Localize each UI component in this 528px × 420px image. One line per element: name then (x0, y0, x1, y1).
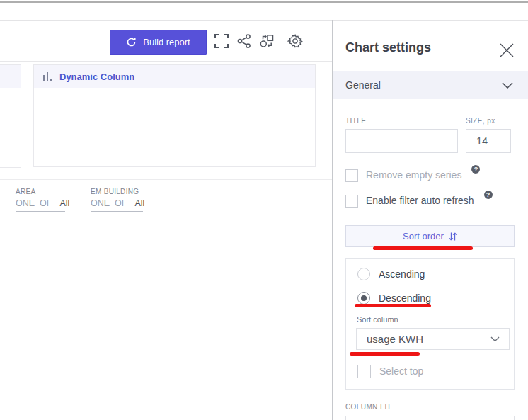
refresh-icon (126, 37, 137, 47)
top-border (0, 1, 528, 3)
column-fit-label: COLUMN FIT (345, 403, 391, 411)
report-builder-screen: Build report Dynamic Column (0, 0, 528, 420)
help-icon[interactable]: ? (484, 191, 493, 199)
fullscreen-icon[interactable] (214, 33, 229, 49)
filter-area-operator[interactable]: ONE_OF (16, 198, 52, 208)
annotation-underline-sort-column (350, 352, 420, 356)
section-general-label: General (345, 79, 381, 91)
bar-chart-icon (43, 72, 52, 81)
filter-auto-refresh-label: Enable filter auto refresh (366, 195, 474, 207)
build-report-button[interactable]: Build report (110, 30, 207, 55)
chevron-down-icon (490, 336, 500, 342)
filter-em-building-control[interactable]: ONE_OF All (91, 198, 143, 212)
filter-area: AREA ONE_OF All (16, 188, 65, 212)
size-input[interactable] (466, 129, 511, 153)
filter-auto-refresh-checkbox[interactable] (345, 195, 358, 208)
help-icon[interactable]: ? (471, 165, 480, 174)
filter-area-label: AREA (16, 188, 65, 195)
select-top-label: Select top (379, 365, 423, 378)
dynamic-column-card[interactable]: Dynamic Column (33, 64, 316, 167)
descending-radio[interactable]: Descending (357, 292, 431, 305)
filter-em-building-operator[interactable]: ONE_OF (91, 198, 127, 208)
change-visualization-icon[interactable] (259, 33, 275, 49)
dynamic-column-card-header[interactable]: Dynamic Column (34, 65, 315, 88)
radio-icon[interactable] (357, 268, 370, 280)
sort-order-button[interactable]: Sort order (345, 225, 515, 247)
filter-auto-refresh-row[interactable]: Enable filter auto refresh ? (345, 195, 493, 208)
column-fit-control[interactable] (345, 416, 515, 420)
radio-selected-icon[interactable] (357, 292, 370, 305)
descending-label: Descending (379, 293, 431, 304)
filter-em-building: EM BUILDING ONE_OF All (91, 188, 143, 212)
sort-arrows-icon (449, 232, 457, 242)
ascending-label: Ascending (379, 268, 425, 280)
sort-order-label: Sort order (403, 231, 444, 242)
sort-column-label: Sort column (357, 315, 398, 324)
toolbar-divider (0, 61, 332, 62)
section-general[interactable]: General (333, 71, 528, 99)
settings-gear-icon[interactable] (287, 33, 303, 49)
size-field-label: SIZE, px (466, 117, 495, 125)
sort-column-value: usage KWH (367, 333, 423, 345)
chevron-down-icon (502, 82, 513, 89)
ascending-radio[interactable]: Ascending (357, 268, 425, 280)
filter-em-building-label: EM BUILDING (91, 188, 143, 195)
filter-area-control[interactable]: ONE_OF All (16, 198, 65, 212)
header-divider (0, 20, 528, 21)
chart-card-title: Dynamic Column (59, 72, 134, 82)
remove-empty-series-row[interactable]: Remove empty series ? (345, 169, 480, 182)
partial-chart-card-header (0, 65, 21, 88)
build-report-label: Build report (143, 37, 190, 47)
remove-empty-series-label: Remove empty series (366, 169, 461, 181)
select-top-row[interactable]: Select top (357, 365, 423, 378)
annotation-underline-sort-order (373, 246, 473, 250)
filter-area-value[interactable]: All (59, 198, 69, 208)
sort-column-select[interactable]: usage KWH (356, 328, 510, 350)
close-icon[interactable] (498, 42, 515, 59)
remove-empty-series-checkbox[interactable] (345, 169, 358, 182)
canvas-divider (0, 179, 332, 180)
share-icon[interactable] (236, 33, 252, 49)
panel-title: Chart settings (345, 40, 431, 55)
partial-chart-card[interactable] (0, 64, 21, 168)
select-top-checkbox[interactable] (357, 365, 371, 378)
title-input[interactable] (345, 129, 458, 153)
sort-options-group: Ascending Descending Sort column usage K… (345, 258, 515, 390)
filter-em-building-value[interactable]: All (134, 198, 144, 208)
title-field-label: TITLE (345, 117, 366, 125)
annotation-underline-descending (355, 304, 431, 307)
